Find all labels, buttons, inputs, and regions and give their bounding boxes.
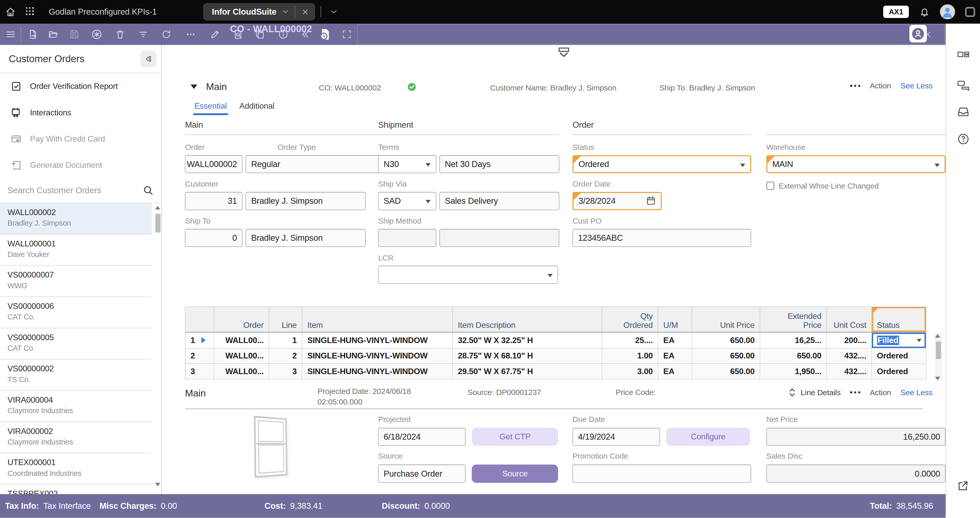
window-icon[interactable]: [965, 7, 975, 17]
cell-um[interactable]: EA: [658, 364, 692, 379]
col-header-status[interactable]: Status: [872, 307, 926, 332]
cell-item[interactable]: SINGLE-HUNG-VINYL-WINDOW: [302, 364, 453, 379]
scroll-down-arrow[interactable]: [155, 483, 160, 486]
unfold-icon[interactable]: [788, 388, 796, 397]
grid-scroll-up[interactable]: [935, 334, 940, 338]
open-record-icon[interactable]: [44, 24, 62, 45]
external-whse-checkbox[interactable]: [766, 182, 775, 190]
cell-order[interactable]: WALL00...: [214, 348, 269, 363]
cell-unit-cost[interactable]: 200....: [827, 333, 872, 348]
promotion-code-field[interactable]: [573, 465, 751, 483]
order-list-item[interactable]: VIRA000004 Claymore Industries: [0, 391, 152, 422]
ship-to-number-field[interactable]: 0: [185, 229, 242, 247]
col-header-unit-cost[interactable]: Unit Cost: [827, 307, 872, 332]
source-button[interactable]: Source: [472, 465, 558, 483]
source-field[interactable]: Purchase Order: [378, 465, 466, 483]
collapse-section-icon[interactable]: [191, 84, 197, 89]
bell-icon[interactable]: [919, 6, 930, 18]
collapse-panel-button[interactable]: [140, 51, 156, 67]
order-list-item[interactable]: VS00000007 WWG: [0, 266, 152, 297]
home-button[interactable]: [0, 0, 21, 24]
get-ctp-button[interactable]: Get CTP: [472, 428, 558, 446]
cell-extended-price[interactable]: 16,25...: [760, 333, 827, 348]
action-menu[interactable]: Action: [870, 81, 891, 90]
layout-panels-icon[interactable]: [958, 51, 969, 61]
customer-name-field[interactable]: Bradley J. Simpson: [245, 192, 366, 210]
grid-scrollbar[interactable]: [935, 333, 942, 382]
ship-to-name-field[interactable]: Bradley J. Simpson: [245, 229, 366, 247]
tab-essential[interactable]: Essential: [194, 101, 227, 111]
projected-field[interactable]: 6/18/2024: [378, 428, 466, 446]
order-type-field[interactable]: Regular: [245, 155, 396, 174]
cell-qty[interactable]: 25....: [602, 333, 659, 348]
col-header-um[interactable]: U/M: [658, 307, 692, 332]
cell-order[interactable]: WALL00...: [214, 364, 269, 379]
configure-button[interactable]: Configure: [666, 428, 750, 446]
cell-unit-cost[interactable]: 432....: [827, 364, 872, 379]
col-header-line[interactable]: Line: [269, 307, 302, 332]
sales-disc-field[interactable]: 0.0000: [766, 465, 946, 483]
edit-icon[interactable]: [206, 24, 224, 45]
col-header-unit-price[interactable]: Unit Price: [692, 307, 760, 332]
cell-order[interactable]: WALL00...: [214, 333, 269, 348]
quick-view-icon[interactable]: [316, 24, 334, 45]
cell-unit-cost[interactable]: 432....: [827, 348, 872, 363]
cell-item[interactable]: SINGLE-HUNG-VINYL-WINDOW: [302, 333, 453, 348]
fullscreen-icon[interactable]: [337, 24, 356, 45]
grid-scroll-down[interactable]: [935, 377, 940, 380]
app-grid-icon[interactable]: [21, 0, 40, 24]
search-input[interactable]: [8, 185, 143, 195]
list-scrollbar[interactable]: [155, 203, 161, 494]
status-select[interactable]: Ordered: [573, 155, 751, 174]
grid-row-2[interactable]: 2 WALL00... 2 SINGLE-HUNG-VINYL-WINDOW 2…: [185, 348, 926, 364]
tab-close-icon[interactable]: [300, 8, 310, 16]
col-header-qty-ordered[interactable]: Qty Ordered: [602, 307, 659, 332]
warehouse-select[interactable]: MAIN: [766, 155, 946, 174]
help-icon[interactable]: [958, 133, 969, 145]
cell-line[interactable]: 1: [269, 333, 302, 348]
export-record-icon[interactable]: [23, 24, 42, 45]
grid-scroll-thumb[interactable]: [936, 341, 941, 359]
cell-um[interactable]: EA: [658, 333, 692, 348]
net-price-field[interactable]: 16,250.00: [766, 428, 946, 446]
search-icon[interactable]: [143, 185, 154, 196]
order-list-item[interactable]: WALL000001 Dave Youker: [0, 234, 152, 266]
customer-number-field[interactable]: 31: [185, 192, 242, 210]
terms-select[interactable]: N30: [378, 155, 436, 174]
order-list-item[interactable]: VS00000006 CAT Co.: [0, 297, 152, 328]
cell-qty[interactable]: 1.00: [602, 348, 659, 363]
delete-record-icon[interactable]: [111, 24, 129, 45]
cell-qty[interactable]: 3.00: [602, 364, 659, 379]
cell-item-description[interactable]: 28.75" W X 68.10" H: [453, 348, 602, 363]
cell-um[interactable]: EA: [658, 348, 692, 363]
cell-unit-price[interactable]: 650.00: [692, 333, 760, 348]
order-list-item[interactable]: VS00000005 CAT Co.: [0, 328, 152, 360]
grid-row-3[interactable]: 3 WALL00... 3 SINGLE-HUNG-VINYL-WINDOW 2…: [185, 364, 926, 379]
terms-desc-field[interactable]: Net 30 Days: [439, 155, 559, 174]
ship-via-select[interactable]: SAD: [378, 192, 436, 210]
proxy-user-button[interactable]: [909, 25, 927, 42]
menu-icon[interactable]: [1, 24, 20, 45]
ship-method-desc-field[interactable]: [439, 229, 559, 247]
user-avatar[interactable]: [940, 4, 955, 19]
order-list-item[interactable]: VIRA000002 Claymore Industries: [0, 422, 152, 454]
cell-status[interactable]: Ordered: [872, 364, 926, 379]
chevron-down-icon[interactable]: [282, 8, 290, 16]
order-list-item[interactable]: UTEX000001 Coordinated Industries: [0, 453, 152, 485]
cell-unit-price[interactable]: 650.00: [692, 348, 760, 363]
calendar-icon[interactable]: [646, 196, 656, 206]
grid-row-1[interactable]: 1 WALL00... 1 SINGLE-HUNG-VINYL-WINDOW 3…: [185, 333, 926, 348]
menu-item-order-verification-report[interactable]: Order Verification Report: [0, 73, 161, 99]
ship-via-desc-field[interactable]: Sales Delivery: [439, 192, 559, 210]
cell-item-description[interactable]: 32.50" W X 32.25" H: [453, 333, 602, 348]
see-less-link[interactable]: See Less: [900, 81, 932, 90]
tab-additional[interactable]: Additional: [239, 101, 274, 111]
menu-item-interactions[interactable]: Interactions: [0, 99, 161, 126]
tab-list-chevron-icon[interactable]: [329, 8, 338, 16]
line-more-options-icon[interactable]: [850, 391, 860, 394]
line-details-link[interactable]: Line Details: [801, 388, 841, 397]
lcr-select[interactable]: [378, 266, 558, 284]
line-action-menu[interactable]: Action: [870, 388, 891, 397]
order-list-item[interactable]: VS00000002 TS Co.: [0, 359, 152, 391]
cell-extended-price[interactable]: 650.00: [760, 348, 827, 363]
